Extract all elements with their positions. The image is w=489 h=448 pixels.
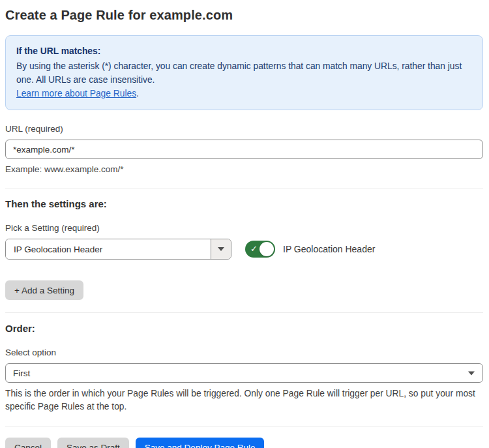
order-select-label: Select option bbox=[5, 348, 483, 357]
save-deploy-button[interactable]: Save and Deploy Page Rule bbox=[136, 438, 265, 448]
divider bbox=[5, 426, 483, 426]
create-page-rule-form: Create a Page Rule for example.com If th… bbox=[0, 0, 489, 448]
setting-dropdown[interactable]: IP Geolocation Header bbox=[5, 239, 231, 260]
setting-row: IP Geolocation Header ✓ IP Geolocation H… bbox=[5, 239, 483, 260]
divider bbox=[5, 188, 483, 188]
url-example-helper: Example: www.example.com/* bbox=[5, 163, 483, 175]
toggle-knob bbox=[259, 242, 274, 256]
ip-geolocation-toggle[interactable]: ✓ bbox=[245, 241, 275, 258]
geolocation-toggle-group: ✓ IP Geolocation Header bbox=[245, 241, 375, 258]
page-title: Create a Page Rule for example.com bbox=[5, 8, 483, 23]
pick-setting-label: Pick a Setting (required) bbox=[5, 223, 483, 233]
toggle-label: IP Geolocation Header bbox=[283, 244, 375, 254]
order-select[interactable]: First bbox=[5, 363, 483, 383]
link-suffix: . bbox=[136, 89, 139, 98]
info-box-heading: If the URL matches: bbox=[16, 44, 472, 58]
setting-dropdown-value: IP Geolocation Header bbox=[6, 239, 211, 259]
url-input[interactable] bbox=[5, 140, 483, 159]
chevron-down-icon bbox=[218, 247, 224, 251]
learn-more-link[interactable]: Learn more about Page Rules bbox=[16, 89, 136, 98]
order-select-value: First bbox=[13, 368, 30, 378]
check-icon: ✓ bbox=[250, 245, 258, 253]
settings-section-heading: Then the settings are: bbox=[5, 198, 483, 209]
url-match-info-box: If the URL matches: By using the asteris… bbox=[5, 35, 483, 110]
save-draft-button[interactable]: Save as Draft bbox=[57, 438, 129, 448]
url-field-label: URL (required) bbox=[5, 124, 483, 134]
add-setting-button[interactable]: + Add a Setting bbox=[5, 280, 83, 300]
setting-dropdown-arrow-button[interactable] bbox=[211, 239, 231, 259]
order-section-heading: Order: bbox=[5, 323, 483, 334]
order-helper-text: This is the order in which your Page Rul… bbox=[5, 387, 483, 413]
footer-actions: Cancel Save as Draft Save and Deploy Pag… bbox=[5, 438, 483, 448]
info-link-line: Learn more about Page Rules. bbox=[16, 87, 472, 100]
divider bbox=[5, 312, 483, 313]
chevron-down-icon bbox=[468, 372, 475, 376]
info-box-body: By using the asterisk (*) character, you… bbox=[16, 59, 472, 87]
cancel-button[interactable]: Cancel bbox=[5, 438, 51, 448]
